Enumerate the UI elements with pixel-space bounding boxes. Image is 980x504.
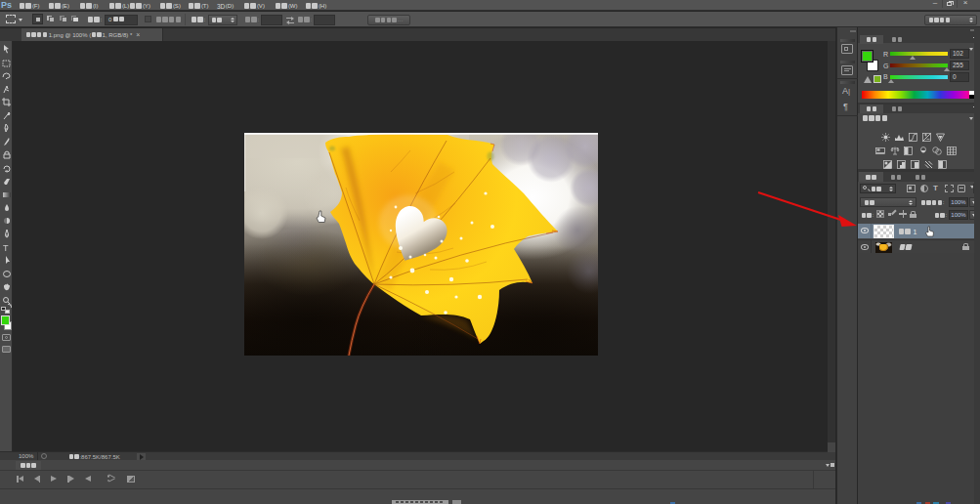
svg-text:T: T [3,243,9,252]
